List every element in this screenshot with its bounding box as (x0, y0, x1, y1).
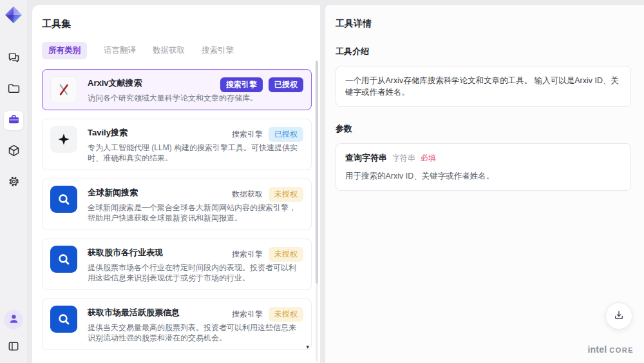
tool-card[interactable]: 全球新闻搜索全球新闻搜索是一个聚合全球各大新闻网站内容的搜索引擎，帮助用户快速获… (42, 179, 312, 230)
auth-status-badge: 未授权 (269, 307, 303, 322)
param-required-badge: 必填 (421, 152, 436, 164)
nav-rail (0, 0, 27, 363)
core-wordmark: CORE (609, 346, 634, 354)
auth-status-badge: 已授权 (269, 77, 303, 92)
auth-status-badge: 未授权 (269, 187, 303, 202)
auth-status-badge: 已授权 (269, 127, 303, 142)
gem-logo-icon (4, 5, 23, 25)
download-button[interactable] (605, 302, 632, 329)
scroll-down-arrow-icon[interactable]: ▾ (306, 344, 309, 350)
page-title: 工具集 (32, 5, 320, 30)
param-description: 用于搜索的Arxiv ID、关键字或作者姓名。 (345, 170, 621, 182)
settings-gear-icon (7, 175, 21, 190)
intel-wordmark: intel (587, 344, 607, 355)
intel-core-logo: intel CORE (587, 344, 634, 355)
tool-card[interactable]: Arxiv文献搜索访问各个研究领域大量科学论文和文章的存储库。搜索引擎已授权 (42, 69, 312, 110)
nav-toolbox-icon[interactable] (4, 111, 23, 130)
nav-folder-icon[interactable] (4, 80, 23, 99)
tool-description: 访问各个研究领域大量科学论文和文章的存储库。 (88, 93, 303, 103)
category-badge: 搜索引擎 (220, 77, 263, 92)
category-badge: 数据获取 (232, 189, 263, 200)
blue-search-icon (50, 306, 77, 333)
tool-description: 全球新闻搜索是一个聚合全球各大新闻网站内容的搜索引擎，帮助用户快速获取全球最新资… (88, 202, 303, 223)
arxiv-logo-icon (50, 76, 77, 103)
tool-description: 提供当天交易量最高的股票列表。投资者可以利用这些信息来识别流动性强的股票和潜在的… (88, 322, 303, 343)
list-scrollbar[interactable] (316, 61, 318, 362)
category-badge: 搜索引擎 (232, 309, 263, 320)
tools-list-panel: 工具集 所有类别语言翻译数据获取搜索引擎 Arxiv文献搜索访问各个研究领域大量… (32, 5, 320, 363)
rail-bottom (4, 310, 23, 357)
app-root: 工具集 所有类别语言翻译数据获取搜索引擎 Arxiv文献搜索访问各个研究领域大量… (0, 0, 644, 363)
param-name: 查询字符串 (345, 152, 387, 164)
nav-chat-icon[interactable] (4, 49, 23, 68)
blue-search-icon (50, 246, 77, 273)
parameter-item: 查询字符串字符串必填用于搜索的Arxiv ID、关键字或作者姓名。 (345, 152, 621, 182)
category-tab[interactable]: 数据获取 (153, 42, 185, 59)
package-icon (7, 144, 21, 159)
nav-package-icon[interactable] (4, 142, 23, 161)
tool-description: 提供股票市场各个行业在特定时间段内的表现。投资者可以利用这些信息来识别表现优于或… (88, 262, 303, 283)
tool-card[interactable]: 获取市场最活跃股票信息提供当天交易量最高的股票列表。投资者可以利用这些信息来识别… (42, 299, 312, 350)
tool-card[interactable]: Tavily搜索专为人工智能代理 (LLM) 构建的搜索引擎工具。可快速提供实时… (42, 119, 312, 170)
nav-bottom-user-avatar-icon[interactable] (4, 310, 23, 329)
category-tab[interactable]: 所有类别 (42, 42, 87, 59)
download-icon (613, 309, 625, 323)
category-tab[interactable]: 语言翻译 (104, 42, 136, 59)
blue-search-icon (50, 186, 77, 213)
panel-toggle-icon (7, 340, 20, 355)
param-type: 字符串 (392, 152, 415, 164)
toolbox-icon (7, 113, 21, 128)
detail-title: 工具详情 (336, 18, 631, 30)
scrollbar-thumb[interactable] (316, 61, 318, 284)
tool-list: Arxiv文献搜索访问各个研究领域大量科学论文和文章的存储库。搜索引擎已授权Ta… (32, 68, 320, 358)
tool-detail-panel: 工具详情 工具介绍 一个用于从Arxiv存储库搜索科学论文和文章的工具。 输入可… (325, 5, 644, 363)
user-avatar-icon (8, 313, 20, 327)
folder-icon (7, 82, 21, 97)
tool-card[interactable]: 获取股市各行业表现提供股票市场各个行业在特定时间段内的表现。投资者可以利用这些信… (42, 239, 312, 290)
tavily-star-icon (50, 126, 77, 153)
category-tabs: 所有类别语言翻译数据获取搜索引擎 (42, 42, 310, 59)
intro-box: 一个用于从Arxiv存储库搜索科学论文和文章的工具。 输入可以是Arxiv ID… (336, 66, 631, 107)
param-box: 查询字符串字符串必填用于搜索的Arxiv ID、关键字或作者姓名。 (336, 143, 631, 191)
category-badge: 搜索引擎 (232, 129, 263, 140)
chat-icon (7, 51, 21, 66)
category-tab[interactable]: 搜索引擎 (202, 42, 234, 59)
main-content: 工具集 所有类别语言翻译数据获取搜索引擎 Arxiv文献搜索访问各个研究领域大量… (27, 0, 644, 363)
rail-nav (4, 49, 23, 192)
intro-heading: 工具介绍 (336, 46, 631, 57)
auth-status-badge: 未授权 (269, 247, 303, 262)
nav-settings-gear-icon[interactable] (4, 173, 23, 192)
category-badge: 搜索引擎 (232, 249, 263, 260)
tool-description: 专为人工智能代理 (LLM) 构建的搜索引擎工具。可快速提供实时、准确和真实的结… (88, 142, 303, 163)
params-heading: 参数 (336, 123, 631, 135)
nav-bottom-panel-toggle-icon[interactable] (4, 337, 23, 357)
